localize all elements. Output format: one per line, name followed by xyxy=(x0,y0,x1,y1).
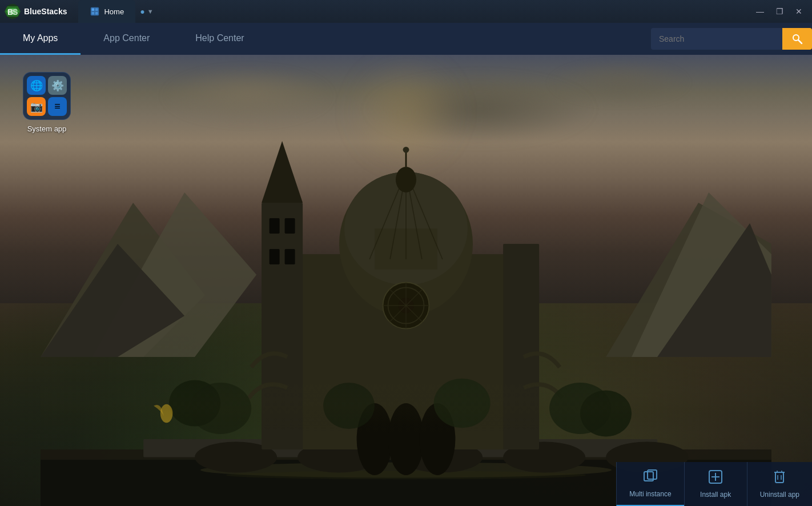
svg-point-36 xyxy=(396,167,416,192)
multi-instance-label: Multi instance xyxy=(629,490,671,498)
icon-cell-gear: ⚙️ xyxy=(48,76,67,95)
svg-rect-42 xyxy=(285,218,295,234)
tab-help-center[interactable]: Help Center xyxy=(172,23,267,55)
dropdown-arrow-icon: ▼ xyxy=(147,8,154,15)
svg-rect-69 xyxy=(775,472,783,483)
uninstall-app-icon xyxy=(772,469,787,488)
search-button[interactable] xyxy=(782,28,812,50)
bottom-toolbar: Multi instance Install apk xyxy=(616,462,812,506)
nav-bar: My Apps App Center Help Center xyxy=(0,23,812,55)
maximize-button[interactable]: ❐ xyxy=(771,5,788,18)
nav-tabs: My Apps App Center Help Center xyxy=(0,23,267,55)
window-controls: — ❐ ✕ xyxy=(751,5,807,18)
svg-line-10 xyxy=(798,40,802,43)
multi-instance-svg-icon xyxy=(643,469,658,484)
system-app-icon-grid: 🌐 ⚙️ 📷 ≡ xyxy=(23,72,71,120)
icon-cell-camera: 📷 xyxy=(27,97,46,116)
svg-point-38 xyxy=(403,147,409,153)
search-icon xyxy=(791,33,803,45)
svg-rect-41 xyxy=(270,218,280,234)
network-status-icon: ● xyxy=(140,7,144,16)
main-content: 🌐 ⚙️ 📷 ≡ System app Multi instance xyxy=(0,55,812,506)
install-apk-icon xyxy=(708,469,723,488)
svg-rect-63 xyxy=(41,383,771,434)
search-box xyxy=(651,28,782,50)
title-bar-extra: ● ▼ xyxy=(140,7,158,16)
multi-instance-button[interactable]: Multi instance xyxy=(616,462,684,506)
brand-name: BlueStacks xyxy=(24,7,67,16)
cathedral-illustration xyxy=(0,100,812,506)
svg-rect-6 xyxy=(95,9,98,11)
title-tabs: Home xyxy=(78,0,135,23)
icon-cell-globe: 🌐 xyxy=(27,76,46,95)
brand-logo: B S BlueStacks xyxy=(5,3,67,19)
svg-marker-40 xyxy=(262,141,303,203)
install-apk-svg-icon xyxy=(708,469,723,484)
search-input[interactable] xyxy=(651,34,782,43)
minimize-button[interactable]: — xyxy=(751,5,769,18)
tab-app-center[interactable]: App Center xyxy=(81,23,172,55)
home-icon xyxy=(90,6,100,17)
system-app-icon[interactable]: 🌐 ⚙️ 📷 ≡ System app xyxy=(23,72,71,133)
install-apk-label: Install apk xyxy=(700,491,731,499)
tab-app-center-label: App Center xyxy=(103,33,150,43)
svg-rect-44 xyxy=(285,249,295,264)
uninstall-app-svg-icon xyxy=(772,469,787,484)
search-area xyxy=(651,23,812,55)
uninstall-app-button[interactable]: Uninstall app xyxy=(747,462,812,506)
title-bar: B S BlueStacks Home ● ▼ — ❐ ✕ xyxy=(0,0,812,23)
svg-rect-43 xyxy=(270,249,280,264)
icon-cell-list: ≡ xyxy=(48,97,67,116)
close-button[interactable]: ✕ xyxy=(790,5,807,18)
title-tab-home[interactable]: Home xyxy=(78,0,135,23)
uninstall-app-label: Uninstall app xyxy=(760,491,799,499)
bluestacks-logo-icon: B S xyxy=(5,3,21,19)
tab-my-apps[interactable]: My Apps xyxy=(0,23,81,55)
tab-my-apps-label: My Apps xyxy=(23,33,58,43)
multi-instance-icon xyxy=(643,469,658,487)
system-app-label: System app xyxy=(27,125,67,133)
svg-rect-5 xyxy=(92,9,95,11)
svg-rect-8 xyxy=(95,12,98,15)
title-tab-home-label: Home xyxy=(104,7,124,16)
svg-text:S: S xyxy=(13,7,18,17)
install-apk-button[interactable]: Install apk xyxy=(684,462,747,506)
svg-rect-7 xyxy=(92,12,95,15)
tab-help-center-label: Help Center xyxy=(195,33,244,43)
